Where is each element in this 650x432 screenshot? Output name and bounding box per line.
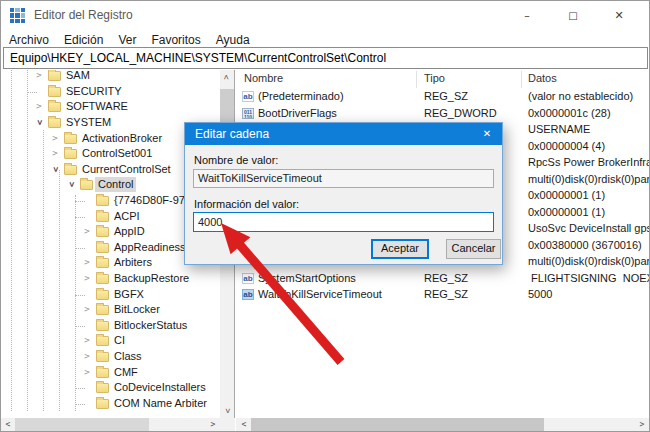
value-data: 0x00000001 (1) [528,206,605,218]
tree-item-software[interactable]: >SOFTWARE [1,99,220,114]
tree-item-label[interactable]: COM Name Arbiter [111,396,210,411]
expand-icon[interactable]: > [82,334,92,347]
reg-sz-icon: ab [242,273,254,284]
tree-item-label[interactable]: Control [95,177,136,192]
tree-item-label[interactable]: AppReadiness [111,240,189,255]
tree-item-bgfx[interactable]: BGFX [1,287,220,302]
expand-icon[interactable]: > [82,303,92,316]
column-divider[interactable] [416,71,417,88]
tree-item-label[interactable]: CMF [111,365,141,380]
tree-item-label[interactable]: SECURITY [63,84,125,99]
registry-value-row-waittokillservicetimeout[interactable]: abWaitToKillServiceTimeoutREG_SZ5000 [236,287,650,303]
address-bar[interactable]: Equipo\HKEY_LOCAL_MACHINE\SYSTEM\Current… [3,47,648,69]
scroll-down-icon[interactable]: > [220,404,234,418]
value-data: 5000 [528,288,552,300]
list-horizontal-scrollbar-thumb[interactable] [251,418,544,432]
value-data: 0x00380000 (3670016) [528,239,642,251]
scroll-left-icon[interactable]: < [237,418,251,432]
value-name: BootDriverFlags [258,107,337,119]
folder-icon [96,305,109,315]
tree-connector [75,388,85,389]
folder-icon [96,352,109,362]
tree-item-label[interactable]: BitlockerStatus [111,318,190,333]
tree-item-label[interactable]: CoDeviceInstallers [111,380,209,395]
tree-item-label[interactable]: BitLocker [111,302,163,317]
value-data-input[interactable]: 4000 [193,212,494,232]
column-header-nombre[interactable]: Nombre [244,72,283,84]
tree-item-label[interactable]: SYSTEM [63,115,114,130]
registry-value-row-predeterminado[interactable]: ab(Predeterminado)REG_SZ(valor no establ… [236,89,650,105]
tree-item-class[interactable]: >Class [1,349,220,364]
tree-item-label[interactable]: SOFTWARE [63,99,131,114]
tree-connector [27,92,37,93]
icon-cell [21,8,25,12]
dialog-close-icon[interactable]: ✕ [472,123,502,145]
tree-item-label[interactable]: AppID [111,224,148,239]
tree-item-bitlocker[interactable]: >BitLocker [1,302,220,317]
folder-icon [48,87,61,97]
minimize-button-icon[interactable]: – [504,1,550,30]
collapse-icon[interactable]: > [49,164,62,174]
expand-icon[interactable]: > [82,272,92,285]
column-header-datos[interactable]: Datos [528,72,557,84]
collapse-icon[interactable]: > [65,180,78,190]
tree-item-label[interactable]: BGFX [111,287,147,302]
maximize-button-icon[interactable]: □ [550,1,596,30]
value-data-label: Información del valor: [194,198,299,210]
icon-cell [10,19,14,23]
registry-value-row-systemstartoptions[interactable]: abSystemStartOptionsREG_SZ FLIGHTSIGNING… [236,271,650,287]
tree-item-backuprestore[interactable]: >BackupRestore [1,271,220,286]
tree-item-label[interactable]: Class [111,349,145,364]
expand-icon[interactable]: > [50,132,60,145]
tree-item-label[interactable]: SAM [63,70,93,83]
value-type: REG_DWORD [424,107,497,119]
value-type: REG_SZ [424,90,468,102]
accept-button[interactable]: Aceptar [371,239,429,259]
tree-horizontal-scrollbar-thumb[interactable] [15,418,149,432]
value-name-label: Nombre de valor: [194,154,278,166]
tree-item-ci[interactable]: >CI [1,333,220,348]
expand-icon[interactable]: > [82,256,92,269]
tree-item-codeviceinstallers[interactable]: CoDeviceInstallers [1,380,220,395]
scroll-up-icon[interactable]: > [220,70,234,84]
registry-editor-window: Editor del Registro – □ ✕ ArchivoEdición… [0,0,650,432]
registry-value-row-bootdriverflags[interactable]: 011 110BootDriverFlagsREG_DWORD0x0000001… [236,106,650,122]
expand-icon[interactable]: > [82,350,92,363]
scroll-left-icon[interactable]: < [1,418,15,432]
scroll-right-icon[interactable]: > [206,418,220,432]
tree-item-label[interactable]: ControlSet001 [79,146,155,161]
tree-item-com-name-arbiter[interactable]: COM Name Arbiter [1,396,220,411]
edit-string-dialog: Editar cadena ✕ Nombre de valor: WaitToK… [184,122,503,265]
collapse-icon[interactable]: > [33,118,46,128]
tree-item-label[interactable]: ACPI [111,209,143,224]
tree-item-security[interactable]: SECURITY [1,84,220,99]
expand-icon[interactable]: > [34,100,44,113]
scroll-right-icon[interactable]: > [635,418,649,432]
expand-icon[interactable]: > [34,70,44,82]
tree-item-label[interactable]: CI [111,333,128,348]
value-name: SystemStartOptions [258,272,356,284]
tree-item-label[interactable]: ActivationBroker [79,131,165,146]
window-title: Editor del Registro [34,8,133,22]
tree-item-sam[interactable]: >SAM [1,70,220,83]
value-data: multi(0)disk(0)rdisk(0)part [528,173,650,185]
column-divider[interactable] [521,71,522,88]
column-header-tipo[interactable]: Tipo [424,72,445,84]
value-name: (Predeterminado) [258,90,344,102]
expand-icon[interactable]: > [50,147,60,160]
tree-item-label[interactable]: Arbiters [111,255,155,270]
tree-connector [75,201,85,202]
folder-icon [96,290,109,300]
tree-item-label[interactable]: BackupRestore [111,271,192,286]
title-bar: Editor del Registro – □ ✕ [1,1,649,30]
folder-icon [96,274,109,284]
tree-item-bitlockerstatus[interactable]: BitlockerStatus [1,318,220,333]
folder-icon [96,212,109,222]
value-name-field[interactable]: WaitToKillServiceTimeout [193,169,494,188]
tree-item-label[interactable]: CurrentControlSet [79,162,174,177]
tree-item-cmf[interactable]: >CMF [1,365,220,380]
close-button-icon[interactable]: ✕ [596,1,642,30]
cancel-button[interactable]: Cancelar [446,239,501,259]
expand-icon[interactable]: > [82,225,92,238]
expand-icon[interactable]: > [82,366,92,379]
